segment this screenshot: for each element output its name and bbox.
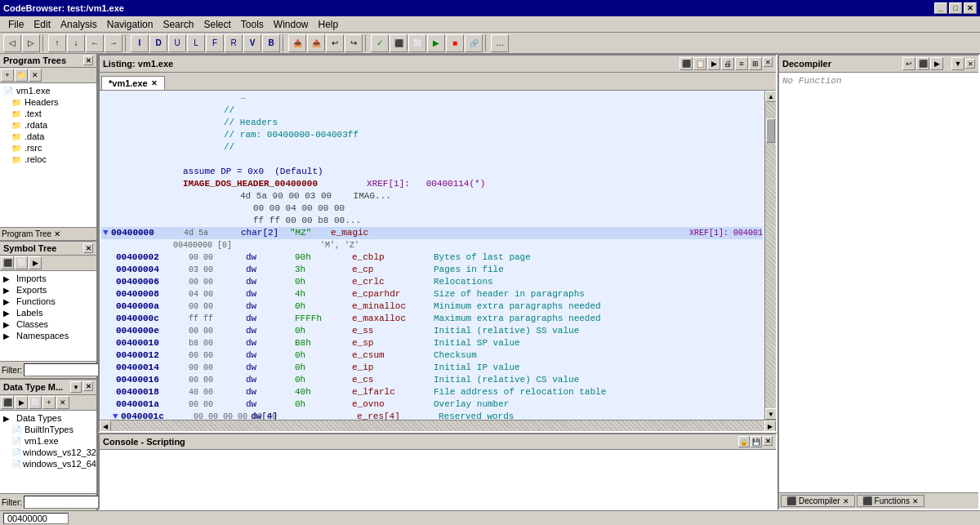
- menu-file[interactable]: File: [3, 17, 29, 32]
- con-btn2[interactable]: 💾: [751, 436, 762, 447]
- dec-tab-decompiler[interactable]: ⬛ Decompiler ✕: [781, 495, 855, 507]
- tb-forward[interactable]: ▷: [22, 34, 40, 52]
- dtp-datatypes[interactable]: ▶ Data Types: [2, 412, 95, 424]
- dtp-vm1exe[interactable]: 📄 vm1.exe: [2, 435, 95, 447]
- lst-layout[interactable]: ⊞: [749, 57, 762, 70]
- tb-export[interactable]: 📤: [307, 34, 325, 52]
- tb-stop[interactable]: ■: [446, 34, 464, 52]
- pt-del[interactable]: ✕: [29, 69, 42, 82]
- lst-print[interactable]: 🖨: [721, 57, 734, 70]
- data-row-cs[interactable]: 00400016 00 00 dw 0h e_cs Initial (relat…: [101, 374, 763, 386]
- tb-graph2[interactable]: ⬜: [408, 34, 426, 52]
- vscroll-track[interactable]: [765, 102, 776, 408]
- tb-f[interactable]: F: [206, 34, 224, 52]
- data-row-maxalloc[interactable]: 0040000c ff ff dw FFFFh e_maxalloc Maxim…: [101, 313, 763, 325]
- dtp-win32[interactable]: 📄 windows_vs12_32: [2, 447, 95, 458]
- menu-help[interactable]: Help: [314, 17, 344, 32]
- tree-item-data[interactable]: 📁 .data: [2, 131, 95, 142]
- tb-r[interactable]: R: [225, 34, 243, 52]
- program-tree-close[interactable]: ✕: [83, 56, 93, 65]
- listing-close[interactable]: ✕: [763, 57, 773, 67]
- tb-graph[interactable]: ⬛: [390, 34, 408, 52]
- tb-v[interactable]: V: [243, 34, 261, 52]
- dtp-btn3[interactable]: ⬜: [29, 396, 42, 409]
- minimize-button[interactable]: _: [934, 2, 947, 14]
- sym-classes[interactable]: ▶ Classes: [2, 318, 95, 330]
- tree-item-vm1exe[interactable]: 📄 vm1.exe: [2, 85, 95, 96]
- lst-options[interactable]: ≡: [735, 57, 748, 70]
- tb-up[interactable]: ↑: [48, 34, 66, 52]
- dec-btn3[interactable]: ▶: [930, 57, 943, 70]
- tb-u[interactable]: U: [168, 34, 186, 52]
- dtp-win64[interactable]: 📄 windows_vs12_64: [2, 458, 95, 469]
- data-row-cparhdr[interactable]: 00400008 04 00 dw 4h e_cparhdr Size of h…: [101, 288, 763, 300]
- data-row-ip[interactable]: 00400014 00 00 dw 0h e_ip Initial IP val…: [101, 362, 763, 374]
- st-btn3[interactable]: ▶: [29, 256, 42, 269]
- lst-btn1[interactable]: ⬛: [679, 57, 693, 70]
- tab-vm1exe[interactable]: *vm1.exe ✕: [101, 76, 165, 90]
- data-row-sp[interactable]: 00400010 b8 00 dw B8h e_sp Initial SP va…: [101, 337, 763, 349]
- con-btn1[interactable]: 🔒: [738, 436, 750, 447]
- maximize-button[interactable]: □: [949, 2, 962, 14]
- data-row-crlc[interactable]: 00400006 00 00 dw 0h e_crlc Relocations: [101, 276, 763, 288]
- menu-navigation[interactable]: Navigation: [102, 17, 158, 32]
- console-content[interactable]: [100, 450, 776, 509]
- tb-run[interactable]: ▶: [427, 34, 445, 52]
- tree-item-rsrc[interactable]: 📁 .rsrc: [2, 142, 95, 153]
- data-row-cblp[interactable]: 00400002 90 00 dw 90h e_cblp Bytes of la…: [101, 251, 763, 264]
- tb-l[interactable]: L: [187, 34, 205, 52]
- lst-snap[interactable]: ▶: [707, 57, 720, 70]
- tb-left[interactable]: ←: [86, 34, 104, 52]
- dec-tab-close-1[interactable]: ✕: [843, 497, 849, 505]
- console-close[interactable]: ✕: [763, 436, 773, 446]
- dtp-btn1[interactable]: ⬛: [1, 396, 14, 409]
- tb-back[interactable]: ◁: [3, 34, 21, 52]
- tb-redo[interactable]: ↪: [345, 34, 363, 52]
- dtp-btn2[interactable]: ▶: [15, 396, 28, 409]
- dtp-close[interactable]: ✕: [83, 381, 93, 391]
- vscroll-thumb[interactable]: [766, 118, 775, 143]
- symbol-tree-close[interactable]: ✕: [83, 243, 93, 253]
- dtp-btn5[interactable]: ✕: [56, 396, 69, 409]
- menu-select[interactable]: Select: [198, 17, 235, 32]
- data-row-csum[interactable]: 00400012 00 00 dw 0h e_csum Checksum: [101, 349, 763, 362]
- st-btn1[interactable]: ⬛: [1, 256, 14, 269]
- vscroll-down[interactable]: ▼: [765, 408, 776, 420]
- sym-imports[interactable]: ▶ Imports: [2, 273, 95, 284]
- tb-undo[interactable]: ↩: [326, 34, 344, 52]
- data-row-minalloc[interactable]: 0040000a 00 00 dw 0h e_minalloc Minimum …: [101, 300, 763, 313]
- listing-content[interactable]: → // // Headers // ram: 00400000-004003f…: [100, 91, 764, 420]
- tb-right[interactable]: →: [105, 34, 122, 52]
- pt-folder[interactable]: 📁: [15, 69, 28, 82]
- close-button[interactable]: ✕: [964, 2, 977, 14]
- tab-close-btn[interactable]: ✕: [151, 79, 158, 87]
- sym-labels[interactable]: ▶ Labels: [2, 307, 95, 318]
- sym-namespaces[interactable]: ▶ Namespaces: [2, 330, 95, 341]
- pt-add[interactable]: +: [1, 69, 14, 82]
- lst-btn2[interactable]: 📋: [693, 57, 706, 70]
- sym-functions[interactable]: ▶ Functions: [2, 296, 95, 307]
- decompiler-close[interactable]: ✕: [965, 59, 975, 69]
- tree-item-headers[interactable]: 📁 Headers: [2, 96, 95, 108]
- dec-tab-functions[interactable]: ⬛ Functions ✕: [857, 495, 924, 507]
- listing-vscroll[interactable]: ▲ ▼: [764, 91, 776, 420]
- tb-down[interactable]: ↓: [67, 34, 85, 52]
- dec-tab-close-2[interactable]: ✕: [912, 497, 919, 505]
- hscroll-right[interactable]: ▶: [764, 420, 776, 432]
- dtp-btn4[interactable]: +: [42, 396, 56, 409]
- tb-check[interactable]: ✓: [371, 34, 389, 52]
- dtp-builtin[interactable]: 📄 BuiltInTypes: [2, 424, 95, 435]
- vscroll-up[interactable]: ▲: [765, 91, 776, 102]
- tb-import[interactable]: 📥: [288, 34, 306, 52]
- tree-item-rdata[interactable]: 📁 .rdata: [2, 119, 95, 131]
- data-row-lfarlc[interactable]: 00400018 40 00 dw 40h e_lfarlc File addr…: [101, 386, 763, 398]
- menu-window[interactable]: Window: [269, 17, 314, 32]
- dec-btn2[interactable]: ⬛: [916, 57, 929, 70]
- tb-more[interactable]: …: [491, 34, 509, 52]
- hscroll-track[interactable]: [111, 420, 764, 431]
- menu-search[interactable]: Search: [158, 17, 198, 32]
- st-btn2[interactable]: ⬜: [15, 256, 28, 269]
- data-row-ss[interactable]: 0040000e 00 00 dw 0h e_ss Initial (relat…: [101, 325, 763, 337]
- dtp-arrow[interactable]: ▼: [70, 381, 82, 393]
- sym-exports[interactable]: ▶ Exports: [2, 284, 95, 296]
